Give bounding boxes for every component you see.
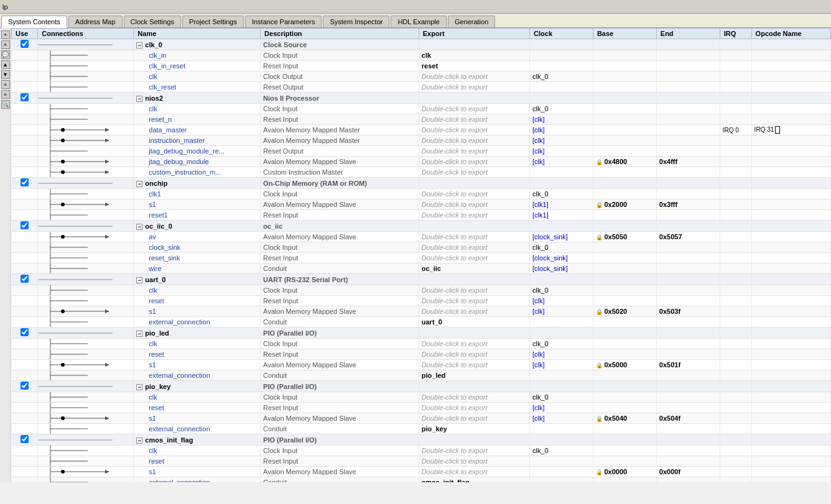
expand-icon[interactable]: − <box>136 277 142 283</box>
export-cell[interactable]: Double-click to export <box>419 306 529 317</box>
irq-cell <box>720 274 751 285</box>
export-cell[interactable]: Double-click to export <box>419 403 529 413</box>
name-cell: external_connection <box>134 477 261 483</box>
export-cell[interactable] <box>419 328 529 339</box>
export-cell[interactable]: Double-click to export <box>419 157 529 167</box>
expand-icon[interactable]: − <box>136 181 142 187</box>
description-cell: PIO (Parallel I/O) <box>261 328 419 339</box>
use-cell[interactable] <box>12 328 38 339</box>
use-cell[interactable] <box>12 274 38 285</box>
use-cell <box>12 50 38 61</box>
name-cell: clk <box>134 446 261 456</box>
use-cell[interactable] <box>12 39 38 50</box>
base-cell <box>593 39 656 50</box>
export-cell[interactable]: Double-click to export <box>419 199 529 210</box>
tab-system-inspector[interactable]: System Inspector <box>323 16 389 27</box>
export-cell[interactable] <box>419 93 529 104</box>
use-checkbox[interactable] <box>21 435 29 443</box>
export-cell[interactable]: Double-click to export <box>419 456 529 467</box>
export-cell[interactable]: Double-click to export <box>419 114 529 125</box>
use-cell[interactable] <box>12 381 38 392</box>
use-checkbox[interactable] <box>21 275 29 283</box>
tab-generation[interactable]: Generation <box>448 16 495 27</box>
description-cell: Reset Output <box>261 82 419 93</box>
export-cell[interactable] <box>419 178 529 189</box>
export-cell[interactable]: Double-click to export <box>419 349 529 360</box>
clock-cell: clk_0 <box>530 446 593 456</box>
connection-cell <box>38 61 134 71</box>
add-button[interactable]: + <box>1 30 10 39</box>
use-cell[interactable] <box>12 434 38 446</box>
component-row: −nios2Nios II Processor <box>12 93 831 104</box>
export-cell[interactable]: Double-click to export <box>419 446 529 456</box>
sub-row: resetReset InputDouble-click to export[c… <box>12 403 831 413</box>
use-cell[interactable] <box>12 178 38 189</box>
comment-button[interactable]: 💬 <box>1 50 10 59</box>
description-cell: Conduit <box>261 477 419 483</box>
irq-cell <box>720 403 751 413</box>
export-cell[interactable]: Double-click to export <box>419 467 529 477</box>
tab-instance-parameters[interactable]: Instance Parameters <box>245 16 322 27</box>
remove-button[interactable]: × <box>1 40 10 49</box>
export-cell[interactable] <box>419 434 529 446</box>
export-cell[interactable] <box>419 381 529 392</box>
up-button[interactable]: ▲ <box>1 60 10 69</box>
content-area[interactable]: Use Connections Name Description Export … <box>11 28 831 482</box>
export-cell[interactable]: Double-click to export <box>419 232 529 242</box>
export-cell[interactable]: Double-click to export <box>419 71 529 82</box>
use-checkbox[interactable] <box>21 40 29 48</box>
use-checkbox[interactable] <box>21 221 29 229</box>
export-cell[interactable]: Double-click to export <box>419 253 529 263</box>
expand-icon[interactable]: − <box>136 331 142 337</box>
use-checkbox[interactable] <box>21 382 29 390</box>
base-cell <box>593 434 656 446</box>
down-button[interactable]: ▼ <box>1 70 10 79</box>
tab-system-contents[interactable]: System Contents <box>1 16 67 28</box>
export-cell[interactable]: Double-click to export <box>419 296 529 306</box>
expand-icon[interactable]: − <box>136 438 142 444</box>
tab-address-map[interactable]: Address Map <box>68 16 123 27</box>
expand-icon[interactable]: − <box>136 42 142 48</box>
connection-cell <box>38 339 134 349</box>
use-cell[interactable] <box>12 93 38 104</box>
clock-cell <box>530 467 593 477</box>
export-cell[interactable]: Double-click to export <box>419 413 529 424</box>
use-cell <box>12 392 38 403</box>
description-cell: Clock Input <box>261 339 419 349</box>
expand-icon[interactable]: − <box>136 224 142 230</box>
use-cell[interactable] <box>12 221 38 232</box>
use-checkbox[interactable] <box>21 93 29 101</box>
tab-hdl-example[interactable]: HDL Example <box>391 16 446 27</box>
export-cell[interactable]: Double-click to export <box>419 242 529 253</box>
export-cell[interactable]: Double-click to export <box>419 360 529 370</box>
export-cell[interactable]: Double-click to export <box>419 285 529 296</box>
export-cell[interactable]: Double-click to export <box>419 167 529 178</box>
export-cell[interactable]: Double-click to export <box>419 82 529 93</box>
irq-cell <box>720 50 751 61</box>
sub-name: clk_reset <box>136 83 176 91</box>
use-cell <box>12 263 38 274</box>
opcode-cell <box>751 392 830 403</box>
tab-clock-settings[interactable]: Clock Settings <box>124 16 181 27</box>
sub-name: external_connection <box>136 318 210 326</box>
export-cell[interactable]: Double-click to export <box>419 104 529 114</box>
filter-button[interactable]: 🔍 <box>1 100 10 109</box>
export-cell[interactable] <box>419 221 529 232</box>
export-cell[interactable]: Double-click to export <box>419 210 529 221</box>
export-cell[interactable] <box>419 274 529 285</box>
expand-icon[interactable]: − <box>136 384 142 390</box>
export-cell[interactable]: Double-click to export <box>419 189 529 199</box>
use-checkbox[interactable] <box>21 328 29 336</box>
right-button[interactable]: » <box>1 90 10 99</box>
export-cell[interactable] <box>419 39 529 50</box>
export-cell[interactable]: Double-click to export <box>419 146 529 157</box>
use-checkbox[interactable] <box>21 178 29 186</box>
export-cell[interactable]: Double-click to export <box>419 392 529 403</box>
expand-icon[interactable]: − <box>136 96 142 102</box>
export-cell[interactable]: Double-click to export <box>419 339 529 349</box>
export-cell[interactable]: Double-click to export <box>419 125 529 135</box>
left-button[interactable]: « <box>1 80 10 89</box>
end-cell <box>656 477 720 483</box>
tab-project-settings[interactable]: Project Settings <box>182 16 244 27</box>
export-cell[interactable]: Double-click to export <box>419 135 529 146</box>
